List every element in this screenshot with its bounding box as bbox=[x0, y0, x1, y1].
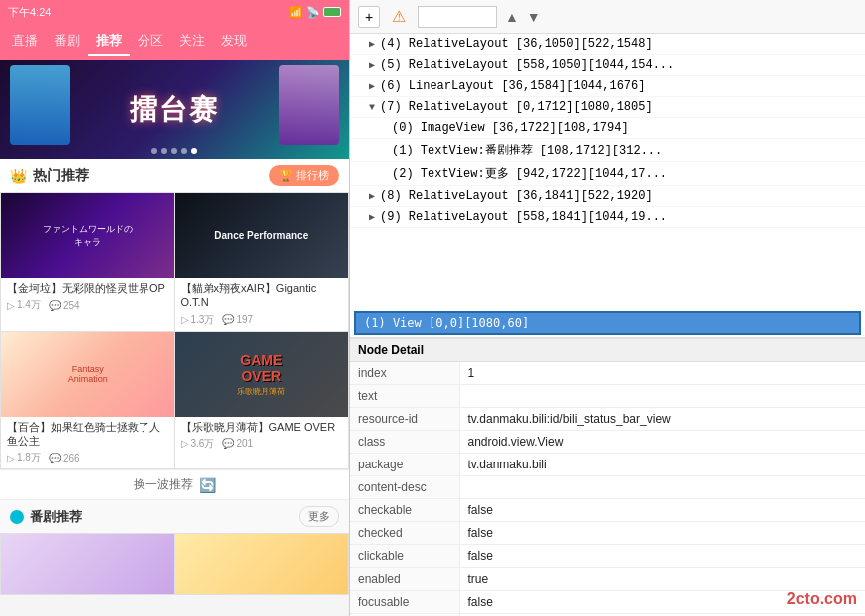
video-title-4: 【乐歌晓月薄荷】GAME OVER bbox=[181, 420, 343, 434]
node-detail-header: Node Detail bbox=[350, 339, 865, 362]
tree-label-9: (9) RelativeLayout [558,1841][1044,19... bbox=[380, 210, 667, 224]
tree-item-7-1[interactable]: (1) TextView:番剧推荐 [108,1712][312... bbox=[350, 139, 865, 162]
toolbar-up-arrow[interactable]: ▲ bbox=[505, 9, 519, 25]
tree-label-4: (4) RelativeLayout [36,1050][522,1548] bbox=[380, 37, 653, 51]
mobile-screenshot-panel: 下午4:24 📶 📡 直播 番剧 推荐 分区 关注 发现 擂台赛 bbox=[0, 0, 349, 616]
tree-toggle-8: ▶ bbox=[366, 190, 378, 202]
right-panel-wrapper: + ⚠ ▲ ▼ ▶ (4) RelativeLayout [36,1050][5… bbox=[349, 0, 865, 616]
anime-section-label: 番剧推荐 bbox=[30, 508, 82, 526]
tree-item-7-0[interactable]: (0) ImageView [36,1722][108,1794] bbox=[350, 118, 865, 139]
watermark: 2cto.com bbox=[787, 590, 857, 608]
toolbar-plus-button[interactable]: + bbox=[358, 6, 380, 28]
nav-tab-live[interactable]: 直播 bbox=[4, 28, 46, 56]
anime-card-2[interactable] bbox=[175, 534, 349, 594]
detail-row-3[interactable]: classandroid.view.View bbox=[350, 431, 865, 454]
nav-tab-discover[interactable]: 发现 bbox=[213, 28, 255, 56]
battery-icon bbox=[323, 7, 341, 17]
video-stats-4: ▷ 3.6万 💬 201 bbox=[181, 437, 343, 451]
refresh-icon: 🔄 bbox=[199, 477, 216, 493]
tree-label-7-0: (0) ImageView [36,1722][108,1794] bbox=[392, 121, 629, 135]
refresh-label: 换一波推荐 bbox=[134, 476, 193, 493]
tree-item-4[interactable]: ▶ (4) RelativeLayout [36,1050][522,1548] bbox=[350, 34, 865, 55]
nav-tab-anime[interactable]: 番剧 bbox=[46, 28, 88, 56]
video-card-3[interactable]: FantasyAnimation 【百合】如果红色骑士拯救了人鱼公主 ▷ 1.8… bbox=[1, 332, 174, 469]
view-count-2: 1.3万 bbox=[191, 313, 215, 327]
toolbar-search-input[interactable] bbox=[418, 6, 497, 28]
tree-toggle-4: ▶ bbox=[366, 38, 378, 50]
nav-tabs: 直播 番剧 推荐 分区 关注 发现 bbox=[0, 24, 349, 60]
comment-icon-4: 💬 bbox=[222, 438, 234, 449]
views-3: ▷ 1.8万 bbox=[7, 451, 41, 464]
dot-2 bbox=[161, 148, 167, 154]
detail-value-0: 1 bbox=[459, 362, 865, 385]
video-thumb-4: GAME OVER 乐歌晓月薄荷 bbox=[175, 332, 349, 417]
detail-row-4[interactable]: packagetv.danmaku.bili bbox=[350, 454, 865, 476]
tree-item-7-2[interactable]: (2) TextView:更多 [942,1722][1044,17... bbox=[350, 162, 865, 186]
detail-row-0[interactable]: index1 bbox=[350, 362, 865, 385]
dot-4 bbox=[181, 148, 187, 154]
play-icon-4: ▷ bbox=[181, 438, 189, 449]
tree-item-6[interactable]: ▶ (6) LinearLayout [36,1584][1044,1676] bbox=[350, 76, 865, 97]
nav-tab-follow[interactable]: 关注 bbox=[171, 28, 213, 56]
right-panel: + ⚠ ▲ ▼ ▶ (4) RelativeLayout [36,1050][5… bbox=[349, 0, 865, 616]
dot-3 bbox=[171, 148, 177, 154]
comments-3: 💬 266 bbox=[49, 453, 80, 463]
detail-row-1[interactable]: text bbox=[350, 385, 865, 408]
ranking-icon: 🏆 bbox=[279, 169, 293, 182]
refresh-row[interactable]: 换一波推荐 🔄 bbox=[0, 469, 349, 499]
tree-item-7[interactable]: ▼ (7) RelativeLayout [0,1712][1080,1805] bbox=[350, 97, 865, 118]
comment-count-4: 201 bbox=[236, 438, 253, 449]
detail-row-6[interactable]: checkablefalse bbox=[350, 499, 865, 522]
video-info-1: 【金坷垃】无彩限的怪灵世界OP ▷ 1.4万 💬 254 bbox=[1, 278, 174, 316]
video-stats-2: ▷ 1.3万 💬 197 bbox=[181, 313, 343, 327]
detail-value-1 bbox=[459, 385, 865, 408]
video-card-4[interactable]: GAME OVER 乐歌晓月薄荷 【乐歌晓月薄荷】GAME OVER ▷ 3.6… bbox=[175, 332, 349, 469]
detail-row-5[interactable]: content-desc bbox=[350, 476, 865, 499]
anime-section-title: 番剧推荐 bbox=[10, 508, 82, 526]
tree-item-5[interactable]: ▶ (5) RelativeLayout [558,1050][1044,154… bbox=[350, 55, 865, 76]
video-info-4: 【乐歌晓月薄荷】GAME OVER ▷ 3.6万 💬 201 bbox=[175, 417, 349, 455]
views-4: ▷ 3.6万 bbox=[181, 437, 215, 451]
selected-node-bar[interactable]: (1) View [0,0][1080,60] bbox=[354, 311, 861, 335]
video-stats-3: ▷ 1.8万 💬 266 bbox=[7, 451, 168, 464]
comment-icon-1: 💬 bbox=[49, 300, 61, 311]
video-info-3: 【百合】如果红色骑士拯救了人鱼公主 ▷ 1.8万 💬 266 bbox=[1, 417, 174, 469]
ranking-button[interactable]: 🏆 排行榜 bbox=[269, 165, 339, 186]
dot-1 bbox=[151, 148, 157, 154]
comment-count-2: 197 bbox=[236, 314, 253, 325]
detail-row-8[interactable]: clickablefalse bbox=[350, 545, 865, 568]
node-detail-title: Node Detail bbox=[358, 343, 424, 357]
play-icon-1: ▷ bbox=[7, 300, 15, 311]
detail-row-9[interactable]: enabledtrue bbox=[350, 568, 865, 591]
tree-item-8[interactable]: ▶ (8) RelativeLayout [36,1841][522,1920] bbox=[350, 186, 865, 207]
anime-more-button[interactable]: 更多 bbox=[299, 506, 339, 527]
video-card-1[interactable]: ファントムワールドのキャラ 【金坷垃】无彩限的怪灵世界OP ▷ 1.4万 💬 2… bbox=[1, 193, 174, 331]
tree-toggle-6: ▶ bbox=[366, 80, 378, 92]
node-detail-panel: Node Detail index1textresource-idtv.danm… bbox=[350, 337, 865, 616]
video-card-2[interactable]: Dance Performance 【貓弟x翔夜xAIR】Gigantic O.… bbox=[175, 193, 349, 331]
nav-tab-recommend[interactable]: 推荐 bbox=[88, 28, 130, 56]
comment-count-3: 266 bbox=[63, 453, 80, 463]
detail-table: index1textresource-idtv.danmaku.bili:id/… bbox=[350, 362, 865, 616]
detail-key-4: package bbox=[350, 454, 459, 476]
tree-toggle-7-2 bbox=[378, 168, 390, 180]
nav-tab-category[interactable]: 分区 bbox=[130, 28, 171, 56]
toolbar-warning-button[interactable]: ⚠ bbox=[388, 6, 410, 28]
tree-toggle-7-0 bbox=[378, 122, 390, 134]
detail-value-2: tv.danmaku.bili:id/bili_status_bar_view bbox=[459, 408, 865, 431]
video-title-2: 【貓弟x翔夜xAIR】Gigantic O.T.N bbox=[181, 281, 343, 310]
detail-row-2[interactable]: resource-idtv.danmaku.bili:id/bili_statu… bbox=[350, 408, 865, 431]
detail-key-10: focusable bbox=[350, 591, 459, 614]
tree-item-9[interactable]: ▶ (9) RelativeLayout [558,1841][1044,19.… bbox=[350, 207, 865, 228]
anime-card-1[interactable] bbox=[1, 534, 174, 594]
dev-toolbar: + ⚠ ▲ ▼ bbox=[350, 0, 865, 34]
toolbar-down-arrow[interactable]: ▼ bbox=[527, 9, 541, 25]
section-title-text: 热门推荐 bbox=[33, 167, 89, 185]
detail-value-6: false bbox=[459, 499, 865, 522]
status-bar: 下午4:24 📶 📡 bbox=[0, 0, 349, 24]
circle-icon bbox=[10, 510, 24, 524]
tree-label-7-1: (1) TextView:番剧推荐 [108,1712][312... bbox=[392, 142, 662, 158]
detail-row-7[interactable]: checkedfalse bbox=[350, 522, 865, 545]
video-title-1: 【金坷垃】无彩限的怪灵世界OP bbox=[7, 281, 168, 295]
detail-key-2: resource-id bbox=[350, 408, 459, 431]
